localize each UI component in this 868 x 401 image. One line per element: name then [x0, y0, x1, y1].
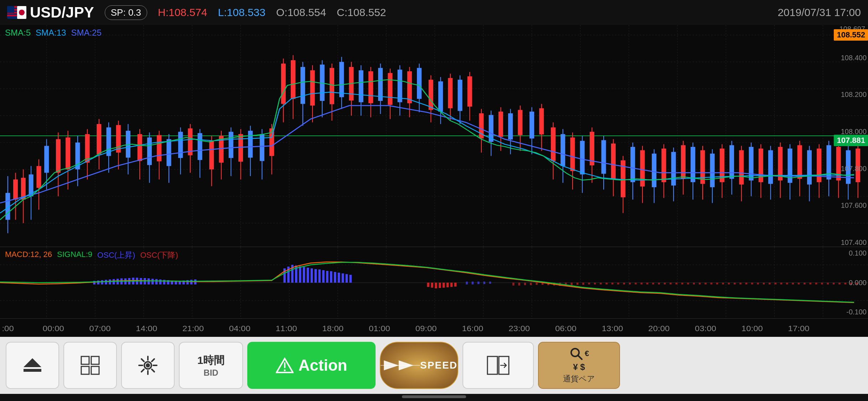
timeframe-sub-label: BID	[203, 368, 218, 378]
svg-text:16:00: 16:00	[462, 324, 483, 333]
svg-rect-115	[398, 70, 402, 102]
search-icon	[569, 346, 583, 361]
svg-rect-278	[446, 283, 449, 287]
svg-text:04:00: 04:00	[229, 324, 250, 333]
svg-rect-243	[151, 279, 154, 284]
price-5: 107.800	[827, 165, 867, 173]
svg-text:21:00: 21:00	[182, 324, 204, 333]
svg-rect-369	[91, 366, 99, 374]
svg-rect-277	[443, 283, 445, 288]
svg-rect-284	[483, 282, 485, 284]
action-icon	[276, 358, 294, 374]
speed-icon	[381, 356, 420, 374]
svg-rect-155	[601, 140, 606, 174]
svg-text:06:00: 06:00	[555, 324, 577, 333]
svg-rect-75	[198, 133, 202, 160]
bottom-bar	[0, 394, 868, 401]
svg-rect-230	[101, 280, 103, 284]
svg-rect-259	[299, 266, 301, 283]
svg-rect-65	[147, 138, 152, 165]
currency-button[interactable]: € ¥ $ 通貨ペア	[538, 342, 620, 389]
svg-text:11:00: 11:00	[276, 324, 297, 333]
currency-content: € ¥ $ 通貨ペア	[539, 346, 619, 384]
svg-rect-313	[670, 283, 671, 284]
svg-rect-285	[489, 282, 491, 284]
eject-button[interactable]	[6, 342, 59, 389]
svg-rect-324	[734, 283, 735, 284]
svg-rect-271	[346, 274, 348, 283]
svg-marker-364	[24, 358, 41, 367]
svg-rect-273	[427, 283, 429, 287]
svg-point-374	[284, 369, 285, 371]
svg-rect-63	[138, 134, 142, 161]
svg-text:03:00: 03:00	[695, 324, 716, 333]
svg-rect-288	[524, 283, 526, 285]
svg-rect-43	[36, 166, 41, 188]
macd-legend: MACD:12, 26 SIGNAL:9 OSC(上昇) OSC(下降)	[5, 250, 178, 261]
speed-button[interactable]: SPEED	[380, 342, 458, 389]
svg-rect-314	[676, 283, 677, 284]
svg-rect-308	[641, 283, 642, 284]
layout-button[interactable]	[463, 342, 534, 389]
svg-rect-137	[508, 113, 513, 140]
svg-rect-319	[704, 283, 706, 284]
svg-rect-289	[530, 283, 532, 285]
close-stat: C:108.552	[337, 6, 386, 19]
scroll-indicator	[402, 395, 466, 398]
svg-rect-326	[745, 283, 747, 284]
svg-rect-47	[56, 139, 61, 173]
svg-rect-97	[310, 70, 315, 106]
svg-rect-270	[342, 273, 344, 283]
chart-container: SMA:5 SMA:13 SMA:25	[0, 25, 868, 337]
macd-price-3: -0.100	[834, 308, 867, 316]
svg-rect-305	[623, 283, 625, 284]
svg-rect-183	[739, 150, 744, 185]
svg-rect-77	[209, 141, 214, 169]
sma5-label: SMA:5	[5, 28, 31, 38]
main-chart[interactable]: SMA:5 SMA:13 SMA:25	[0, 25, 868, 247]
svg-rect-242	[148, 278, 150, 284]
svg-rect-85	[248, 131, 253, 158]
svg-rect-197	[807, 150, 812, 185]
toolbar: 1時間 BID Action SPEED	[0, 337, 868, 394]
svg-rect-111	[378, 68, 383, 101]
svg-rect-315	[681, 283, 683, 284]
settings-button[interactable]	[121, 342, 175, 389]
svg-rect-298	[582, 283, 584, 285]
timeframe-button[interactable]: 1時間 BID	[179, 342, 243, 389]
svg-text:13:00: 13:00	[602, 324, 623, 333]
svg-rect-264	[318, 269, 321, 283]
svg-rect-253	[190, 280, 193, 284]
svg-rect-338	[815, 283, 817, 284]
svg-rect-304	[617, 283, 619, 284]
svg-rect-5	[7, 6, 14, 13]
macd-chart[interactable]: MACD:12, 26 SIGNAL:9 OSC(上昇) OSC(下降)	[0, 247, 868, 318]
svg-rect-189	[768, 150, 773, 184]
svg-rect-378	[487, 356, 497, 374]
main-chart-svg	[0, 25, 868, 247]
svg-rect-171	[681, 145, 686, 179]
svg-rect-310	[652, 283, 654, 284]
svg-rect-365	[24, 369, 41, 372]
svg-rect-302	[606, 283, 608, 284]
svg-rect-331	[774, 283, 776, 284]
svg-rect-330	[769, 283, 770, 284]
svg-rect-169	[671, 152, 676, 185]
svg-rect-157	[611, 144, 616, 179]
svg-rect-312	[664, 283, 666, 284]
svg-rect-334	[792, 283, 794, 284]
svg-rect-181	[729, 145, 734, 179]
svg-rect-263	[314, 269, 317, 283]
svg-text:07:00: 07:00	[89, 324, 111, 333]
svg-rect-335	[798, 283, 800, 284]
line-price-label: 107.881	[834, 135, 868, 146]
currency-euro: €	[585, 349, 589, 358]
open-stat: O:108.554	[276, 6, 326, 19]
svg-rect-301	[600, 283, 601, 284]
svg-rect-329	[763, 283, 765, 284]
action-button[interactable]: Action	[247, 342, 376, 389]
grid-button[interactable]	[63, 342, 117, 389]
header: USD/JPY SP: 0.3 H:108.574 L:108.533 O:10…	[0, 0, 868, 25]
svg-text::00: :00	[2, 324, 14, 333]
price-6: 107.600	[827, 201, 867, 210]
